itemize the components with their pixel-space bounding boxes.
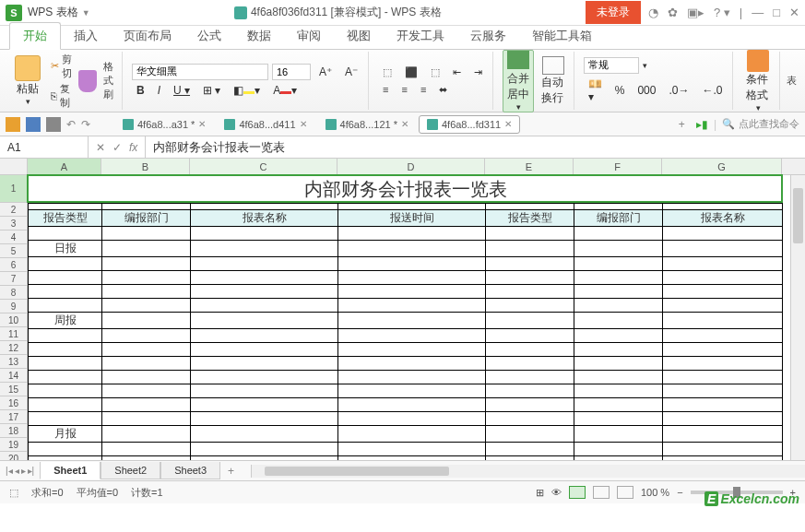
conditional-format-button[interactable]: 条件格式▾ xyxy=(742,50,774,112)
cell[interactable] xyxy=(102,241,191,257)
cell[interactable] xyxy=(574,384,663,398)
cell[interactable] xyxy=(486,285,574,299)
cell[interactable] xyxy=(191,299,338,313)
row-header-10[interactable]: 10 xyxy=(0,313,28,327)
align-bottom-button[interactable]: ⬚ xyxy=(426,65,444,80)
table-header-cell[interactable]: 报表名称 xyxy=(191,210,338,227)
cell[interactable] xyxy=(663,241,783,257)
cell[interactable] xyxy=(663,384,783,398)
currency-button[interactable]: 💴▾ xyxy=(584,76,607,105)
cell[interactable] xyxy=(102,343,191,357)
cell[interactable] xyxy=(191,227,338,241)
align-center-button[interactable]: ≡ xyxy=(397,82,411,97)
cell[interactable] xyxy=(191,357,338,371)
command-search[interactable]: 🔍 点此查找命令 xyxy=(722,117,799,131)
font-select[interactable] xyxy=(132,64,268,80)
decrease-decimal-button[interactable]: ←.0 xyxy=(697,82,727,99)
format-painter-button[interactable]: 格式刷 xyxy=(101,59,116,102)
table-header-cell[interactable]: 报告类型 xyxy=(486,210,574,227)
print-icon[interactable] xyxy=(46,117,61,132)
close-tab-icon[interactable]: ✕ xyxy=(504,119,512,129)
cell[interactable] xyxy=(102,204,191,210)
cell[interactable] xyxy=(663,227,783,241)
doc-tab[interactable]: 4f6a8...fd311✕ xyxy=(419,115,520,134)
cell[interactable] xyxy=(102,443,191,456)
align-middle-button[interactable]: ⬛ xyxy=(400,65,422,80)
cell[interactable] xyxy=(663,426,783,443)
column-header-F[interactable]: F xyxy=(574,159,662,174)
cell[interactable] xyxy=(574,371,663,384)
cell[interactable] xyxy=(574,426,663,443)
cell[interactable] xyxy=(102,285,191,299)
sheet-tab-Sheet1[interactable]: Sheet1 xyxy=(40,462,101,479)
cell[interactable] xyxy=(663,257,783,271)
cell[interactable] xyxy=(102,371,191,384)
cell[interactable] xyxy=(663,204,783,210)
cell[interactable] xyxy=(574,271,663,285)
indent-increase-button[interactable]: ⇥ xyxy=(469,65,487,80)
cell[interactable] xyxy=(574,257,663,271)
table-style-button[interactable]: 表 xyxy=(784,73,799,89)
cell[interactable] xyxy=(663,357,783,371)
comma-button[interactable]: 000 xyxy=(633,82,660,99)
save-icon[interactable] xyxy=(26,117,41,132)
cell[interactable] xyxy=(486,357,574,371)
login-button[interactable]: 未登录 xyxy=(586,1,641,24)
column-header-G[interactable]: G xyxy=(662,159,782,174)
column-header-B[interactable]: B xyxy=(101,159,190,174)
vertical-scrollbar[interactable] xyxy=(790,175,805,460)
doc-tab[interactable]: 4f6a8...121 *✕ xyxy=(317,115,417,134)
font-size-select[interactable] xyxy=(272,64,311,80)
fill-color-button[interactable]: ◧▾ xyxy=(229,82,265,99)
row-header-13[interactable]: 13 xyxy=(0,355,28,369)
sheet-tab-Sheet2[interactable]: Sheet2 xyxy=(101,462,160,479)
row-header-12[interactable]: 12 xyxy=(0,341,28,355)
zoom-out-button[interactable]: − xyxy=(677,487,682,498)
cell[interactable] xyxy=(191,271,338,285)
cell[interactable]: 日报 xyxy=(29,241,102,257)
row-header-17[interactable]: 17 xyxy=(0,410,28,424)
horizontal-scrollbar[interactable] xyxy=(251,465,805,478)
row-header-9[interactable]: 9 xyxy=(0,300,28,313)
cell[interactable] xyxy=(191,426,338,443)
cell[interactable] xyxy=(29,204,102,210)
cell[interactable] xyxy=(191,204,338,210)
cell[interactable]: 周报 xyxy=(29,313,102,329)
align-top-button[interactable]: ⬚ xyxy=(378,65,397,80)
zoom-value[interactable]: 100 % xyxy=(641,487,669,498)
add-tab-button[interactable]: + xyxy=(673,118,691,131)
cell[interactable] xyxy=(191,371,338,384)
cell[interactable] xyxy=(486,299,574,313)
settings-icon[interactable]: ✿ xyxy=(668,6,678,19)
column-header-A[interactable]: A xyxy=(28,159,101,174)
close-button[interactable]: ✕ xyxy=(789,6,799,19)
cell[interactable] xyxy=(102,227,191,241)
cell[interactable] xyxy=(574,398,663,412)
row-header-15[interactable]: 15 xyxy=(0,383,28,396)
increase-font-button[interactable]: A⁺ xyxy=(314,64,337,80)
name-box[interactable]: A1 xyxy=(0,136,89,158)
cell[interactable] xyxy=(338,426,486,443)
indent-decrease-button[interactable]: ⇤ xyxy=(448,65,466,80)
cell[interactable] xyxy=(29,456,102,462)
doc-list-icon[interactable]: ⬚ xyxy=(9,487,18,499)
ribbon-tab-插入[interactable]: 插入 xyxy=(61,23,111,49)
cell[interactable] xyxy=(663,299,783,313)
cell[interactable] xyxy=(486,204,574,210)
row-header-11[interactable]: 11 xyxy=(0,327,28,341)
cell[interactable] xyxy=(29,227,102,241)
page-layout-view-button[interactable] xyxy=(593,486,610,499)
ribbon-tab-数据[interactable]: 数据 xyxy=(234,23,284,49)
scroll-thumb[interactable] xyxy=(793,188,803,243)
cell[interactable] xyxy=(29,357,102,371)
row-header-20[interactable]: 20 xyxy=(0,452,28,461)
cell[interactable] xyxy=(191,313,338,329)
merge-center-button[interactable]: 合并居中▾ xyxy=(503,50,534,112)
align-left-button[interactable]: ≡ xyxy=(378,82,393,97)
cell[interactable] xyxy=(102,398,191,412)
normal-view-button[interactable] xyxy=(569,486,586,499)
cell[interactable] xyxy=(29,285,102,299)
ribbon-tab-审阅[interactable]: 审阅 xyxy=(284,23,334,49)
cell[interactable] xyxy=(338,412,486,426)
page-break-view-button[interactable] xyxy=(617,486,633,499)
